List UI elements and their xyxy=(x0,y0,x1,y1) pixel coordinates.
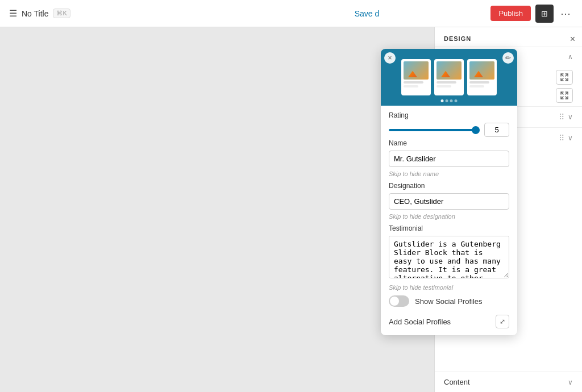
publish-button[interactable]: Publish xyxy=(490,6,531,21)
topbar-right: Publish ⊞ ⋯ xyxy=(490,5,573,23)
drag-icon-2: ⠿ xyxy=(559,134,564,143)
card-line xyxy=(469,81,489,84)
card-img-3 xyxy=(469,61,494,80)
card-line xyxy=(436,85,451,87)
rating-input[interactable]: 5 xyxy=(484,123,509,137)
rating-slider[interactable] xyxy=(389,129,480,131)
dot-2 xyxy=(446,99,448,102)
canvas: × ✏ xyxy=(0,27,434,392)
testimonial-hint: Skip to hide testimonial xyxy=(389,284,509,291)
slider-dots xyxy=(441,99,458,102)
popup-body: Rating 5 Name Skip to hide name Designat… xyxy=(381,106,517,307)
chevron-down-icon-content: ∨ xyxy=(568,378,573,386)
social-toggle-label: Show Social Profiles xyxy=(415,297,483,306)
layout-icon: ⊞ xyxy=(541,9,548,18)
move-up-expand-button[interactable] xyxy=(556,70,573,85)
thumb-close-button[interactable]: × xyxy=(384,52,396,64)
card-line xyxy=(404,85,418,87)
topbar: ☰ No Title ⌘K Save d Publish ⊞ ⋯ xyxy=(0,0,582,27)
dot-4 xyxy=(455,99,458,102)
expand-arrows-icon-2 xyxy=(560,91,569,100)
more-button[interactable]: ⋯ xyxy=(558,5,573,22)
add-social-label: Add Social Profiles xyxy=(389,318,451,326)
page-title: No Title xyxy=(22,9,48,18)
content-bar[interactable]: Content ∨ xyxy=(435,372,582,392)
topbar-center: Save d xyxy=(250,9,484,18)
toggle-knob xyxy=(390,297,399,306)
card-line xyxy=(436,81,456,84)
dot-1 xyxy=(441,99,444,102)
dot-3 xyxy=(450,99,453,102)
save-link[interactable]: Save d xyxy=(355,9,380,18)
expand-icon: ⤢ xyxy=(500,318,505,326)
topbar-left: ☰ No Title ⌘K xyxy=(9,8,243,19)
name-label: Name xyxy=(389,139,509,147)
chevron-up-icon-1: ∧ xyxy=(568,53,573,61)
thumbnail-area: × ✏ xyxy=(381,49,517,106)
expand-arrows-icon-1 xyxy=(560,73,569,82)
name-hint: Skip to hide name xyxy=(389,170,509,177)
edit-icon: ✏ xyxy=(505,54,511,62)
card-line xyxy=(404,81,423,84)
card-line xyxy=(469,85,484,87)
design-label: DESIGN xyxy=(435,27,582,47)
slider-cards xyxy=(401,59,497,95)
testimonial-textarea[interactable]: Gutslider is a Gutenberg Slider Block th… xyxy=(389,236,509,278)
slider-card-1 xyxy=(401,59,431,95)
designation-label: Designation xyxy=(389,182,509,190)
content-label: Content xyxy=(444,378,470,386)
rating-row: 5 xyxy=(389,123,509,137)
expand-button[interactable]: ⤢ xyxy=(496,315,509,328)
chevron-down-icon-3: ∨ xyxy=(568,134,573,142)
layout-button[interactable]: ⊞ xyxy=(535,5,554,23)
move-down-expand-button[interactable] xyxy=(556,88,573,103)
slider-card-2 xyxy=(434,59,464,95)
chevron-down-icon-2: ∨ xyxy=(568,113,573,121)
drag-icon-1: ⠿ xyxy=(559,112,564,122)
designation-input[interactable] xyxy=(389,193,509,210)
card-img-1 xyxy=(404,61,429,80)
close-icon: × xyxy=(388,54,392,62)
card-img-2 xyxy=(436,61,462,80)
main-area: × ✏ xyxy=(0,27,582,392)
doc-icon: ☰ xyxy=(9,8,17,19)
slider-card-3 xyxy=(467,59,497,95)
designation-hint: Skip to hide designation xyxy=(389,213,509,220)
name-input[interactable] xyxy=(389,151,509,167)
social-toggle-row: Show Social Profiles xyxy=(389,295,509,307)
sidebar-close-button[interactable]: × xyxy=(570,34,575,44)
popup-overlay: × ✏ xyxy=(381,49,517,335)
testimonial-label: Testimonial xyxy=(389,224,509,232)
shortcut-badge: ⌘K xyxy=(53,9,70,18)
social-toggle-switch[interactable] xyxy=(389,295,409,307)
thumb-edit-button[interactable]: ✏ xyxy=(502,52,514,64)
rating-label: Rating xyxy=(389,111,509,119)
add-social-row: Add Social Profiles ⤢ xyxy=(381,310,517,328)
